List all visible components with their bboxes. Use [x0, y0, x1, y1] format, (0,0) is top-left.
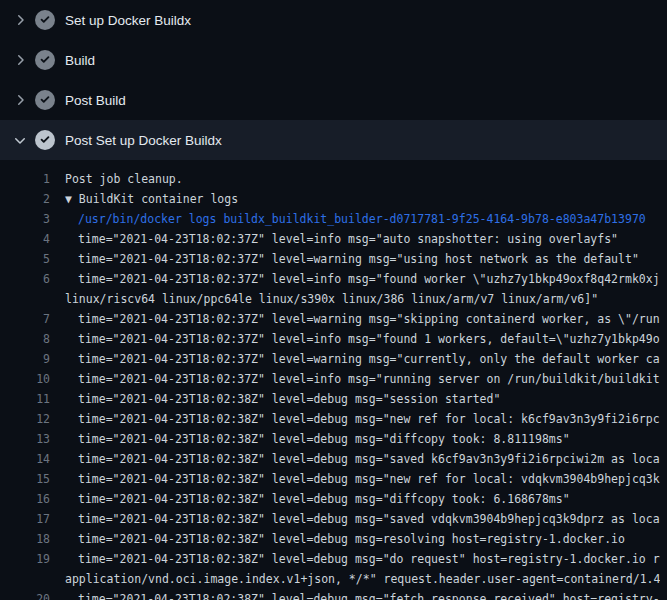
log-line-text: time="2021-04-23T18:02:38Z" level=debug …	[50, 589, 660, 600]
log-line: 15 time="2021-04-23T18:02:38Z" level=deb…	[0, 469, 667, 489]
step-header-build[interactable]: Build	[0, 40, 667, 80]
log-line: 3 /usr/bin/docker logs buildx_buildkit_b…	[0, 209, 667, 229]
log-line-text: time="2021-04-23T18:02:37Z" level=warnin…	[50, 349, 660, 369]
log-line-number[interactable]	[0, 569, 50, 589]
log-line-number[interactable]: 17	[0, 509, 50, 529]
step-header-set-up-docker-buildx[interactable]: Set up Docker Buildx	[0, 0, 667, 40]
log-line-number[interactable]: 15	[0, 469, 50, 489]
log-line-number[interactable]: 1	[0, 169, 50, 189]
log-line: 6 time="2021-04-23T18:02:37Z" level=info…	[0, 269, 667, 289]
step-header-post-build[interactable]: Post Build	[0, 80, 667, 120]
log-line: 14 time="2021-04-23T18:02:38Z" level=deb…	[0, 449, 667, 469]
log-line: application/vnd.oci.image.index.v1+json,…	[0, 569, 667, 589]
log-line: 18 time="2021-04-23T18:02:38Z" level=deb…	[0, 529, 667, 549]
log-line-text: time="2021-04-23T18:02:38Z" level=debug …	[50, 429, 570, 449]
check-circle-icon	[35, 90, 55, 110]
log-line-number[interactable]: 20	[0, 589, 50, 600]
log-line: 4 time="2021-04-23T18:02:37Z" level=info…	[0, 229, 667, 249]
log-line-text: time="2021-04-23T18:02:38Z" level=debug …	[50, 509, 660, 529]
log-line: 2 ▼ BuildKit container logs	[0, 189, 667, 209]
log-line-number[interactable]: 9	[0, 349, 50, 369]
log-line-number[interactable]: 11	[0, 389, 50, 409]
chevron-down-icon	[12, 132, 28, 148]
log-line-number[interactable]: 18	[0, 529, 50, 549]
log-container[interactable]: 1 Post job cleanup. 2 ▼ BuildKit contain…	[0, 160, 667, 600]
check-circle-icon	[35, 130, 55, 150]
log-line: 13 time="2021-04-23T18:02:38Z" level=deb…	[0, 429, 667, 449]
step-label: Post Set up Docker Buildx	[65, 133, 222, 148]
chevron-right-icon	[12, 52, 28, 68]
log-line: linux/riscv64 linux/ppc64le linux/s390x …	[0, 289, 667, 309]
log-line-text: ▼ BuildKit container logs	[50, 189, 238, 209]
log-line: 8 time="2021-04-23T18:02:37Z" level=info…	[0, 329, 667, 349]
log-line-text: time="2021-04-23T18:02:37Z" level=warnin…	[50, 249, 639, 269]
log-line: 7 time="2021-04-23T18:02:37Z" level=warn…	[0, 309, 667, 329]
log-line-text: time="2021-04-23T18:02:38Z" level=debug …	[50, 469, 660, 489]
log-line-text: time="2021-04-23T18:02:38Z" level=debug …	[50, 389, 500, 409]
log-line-number[interactable]	[0, 289, 50, 309]
log-line-number[interactable]: 16	[0, 489, 50, 509]
log-line-number[interactable]: 19	[0, 549, 50, 569]
log-line-text: time="2021-04-23T18:02:37Z" level=warnin…	[50, 309, 660, 329]
log-line-number[interactable]: 7	[0, 309, 50, 329]
log-line-number[interactable]: 4	[0, 229, 50, 249]
log-line-text: time="2021-04-23T18:02:37Z" level=info m…	[50, 229, 618, 249]
log-line: 9 time="2021-04-23T18:02:37Z" level=warn…	[0, 349, 667, 369]
log-line: 1 Post job cleanup.	[0, 169, 667, 189]
log-line: 16 time="2021-04-23T18:02:38Z" level=deb…	[0, 489, 667, 509]
step-label: Post Build	[65, 93, 126, 108]
log-line-text: time="2021-04-23T18:02:37Z" level=info m…	[50, 329, 660, 349]
log-line: 20 time="2021-04-23T18:02:38Z" level=deb…	[0, 589, 667, 600]
log-line-number[interactable]: 6	[0, 269, 50, 289]
log-line-number[interactable]: 2	[0, 189, 50, 209]
chevron-right-icon	[12, 12, 28, 28]
log-line-number[interactable]: 8	[0, 329, 50, 349]
log-line-text: time="2021-04-23T18:02:38Z" level=debug …	[50, 449, 660, 469]
log-line-number[interactable]: 10	[0, 369, 50, 389]
log-line-text: linux/riscv64 linux/ppc64le linux/s390x …	[50, 289, 598, 309]
log-line-number[interactable]: 3	[0, 209, 50, 229]
log-line-number[interactable]: 12	[0, 409, 50, 429]
log-line-text: Post job cleanup.	[50, 169, 183, 189]
log-line: 5 time="2021-04-23T18:02:37Z" level=warn…	[0, 249, 667, 269]
log-line-text: time="2021-04-23T18:02:38Z" level=debug …	[50, 529, 625, 549]
group-toggle-icon[interactable]: ▼	[65, 192, 79, 206]
step-label: Build	[65, 53, 95, 68]
log-line-number[interactable]: 5	[0, 249, 50, 269]
log-line-text: time="2021-04-23T18:02:37Z" level=info m…	[50, 369, 660, 389]
log-line: 10 time="2021-04-23T18:02:37Z" level=inf…	[0, 369, 667, 389]
log-line-text: /usr/bin/docker logs buildx_buildkit_bui…	[50, 209, 646, 229]
log-line: 11 time="2021-04-23T18:02:38Z" level=deb…	[0, 389, 667, 409]
step-header-post-set-up-docker-buildx[interactable]: Post Set up Docker Buildx	[0, 120, 667, 160]
log-line-text: time="2021-04-23T18:02:38Z" level=debug …	[50, 489, 570, 509]
log-line-text: time="2021-04-23T18:02:38Z" level=debug …	[50, 549, 660, 569]
log-line-text: time="2021-04-23T18:02:38Z" level=debug …	[50, 409, 660, 429]
job-log-viewer: Set up Docker Buildx Build Post Build Po…	[0, 0, 667, 600]
check-circle-icon	[35, 50, 55, 70]
log-line: 17 time="2021-04-23T18:02:38Z" level=deb…	[0, 509, 667, 529]
log-line-number[interactable]: 13	[0, 429, 50, 449]
log-line: 19 time="2021-04-23T18:02:38Z" level=deb…	[0, 549, 667, 569]
log-line-number[interactable]: 14	[0, 449, 50, 469]
check-circle-icon	[35, 10, 55, 30]
chevron-right-icon	[12, 92, 28, 108]
log-line: 12 time="2021-04-23T18:02:38Z" level=deb…	[0, 409, 667, 429]
step-label: Set up Docker Buildx	[65, 13, 191, 28]
log-line-text: application/vnd.oci.image.index.v1+json,…	[50, 569, 660, 589]
log-line-text: time="2021-04-23T18:02:37Z" level=info m…	[50, 269, 660, 289]
